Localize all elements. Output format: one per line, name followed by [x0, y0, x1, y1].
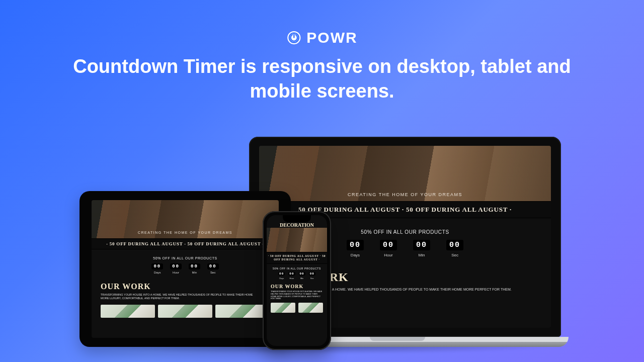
- timer-hours: 00 Hour: [380, 240, 397, 257]
- timer-mins-value: 00: [299, 272, 305, 276]
- timer-days: 00 Days: [347, 240, 364, 257]
- countdown-timer: 00 Days 00 Hour 00 Min 00 Sec: [267, 272, 327, 280]
- tablet-screen: CREATING THE HOME OF YOUR DREAMS · 50 OF…: [92, 200, 279, 338]
- timer-mins-label: Min: [300, 277, 303, 280]
- timer-days-value: 00: [151, 263, 163, 269]
- thumbnail: [101, 305, 155, 318]
- our-work-title: ORK: [319, 270, 551, 284]
- timer-mins: 00 Min: [413, 240, 430, 257]
- timer-hours-value: 00: [288, 272, 295, 276]
- hero-image: CREATING THE HOME OF YOUR DREAMS: [259, 146, 551, 201]
- timer-hours-value: 00: [380, 240, 397, 250]
- promo-headline: 50% OFF IN ALL OUR PRODUCTS: [92, 256, 279, 260]
- thumbnail: [215, 305, 270, 318]
- brand-logo: POWR: [286, 29, 357, 46]
- thumbnail: [158, 305, 212, 318]
- our-work-subtitle: E INTO A HOME. WE HAVE HELPED THOUSANDS …: [319, 287, 534, 292]
- timer-secs: 00 Sec: [446, 240, 463, 257]
- timer-secs-value: 00: [309, 272, 315, 276]
- timer-mins-label: Min: [419, 253, 425, 257]
- timer-secs-value: 00: [446, 240, 463, 250]
- timer-hours: 00 Hour: [170, 263, 182, 274]
- brand-mark-icon: [286, 30, 301, 45]
- timer-hours-label: Hour: [173, 271, 179, 274]
- our-work-title: OUR WORK: [271, 284, 327, 289]
- site-title-line2: DECORATION: [267, 223, 327, 228]
- timer-days-label: Days: [154, 271, 161, 274]
- timer-secs: 00 Sec: [309, 272, 315, 280]
- timer-mins: 00 Min: [189, 263, 200, 274]
- timer-days-label: Days: [279, 277, 284, 280]
- our-work-thumbnails: [101, 305, 270, 318]
- timer-secs-value: 00: [207, 263, 219, 269]
- page-headline: Countdown Timer is responsive on desktop…: [40, 54, 604, 104]
- promo-headline: 50% OFF IN ALL OUR PRODUCTS: [267, 267, 327, 270]
- timer-secs-label: Sec: [451, 253, 458, 257]
- thumbnail: [271, 303, 295, 313]
- timer-days: 00 Days: [278, 272, 285, 280]
- hero-tagline: CREATING THE HOME OF YOUR DREAMS: [138, 231, 232, 238]
- brand-name: POWR: [306, 29, 357, 46]
- hero-tagline: CREATING THE HOME OF YOUR DREAMS: [348, 192, 462, 201]
- countdown-timer: 00 Days 00 Hour 00 Min 00 Sec: [92, 263, 279, 274]
- our-work-title: OUR WORK: [101, 282, 279, 291]
- timer-secs-label: Sec: [310, 277, 314, 280]
- timer-secs-label: Sec: [210, 271, 215, 274]
- timer-days-label: Days: [351, 253, 360, 257]
- timer-mins-label: Min: [192, 271, 197, 274]
- device-tablet: CREATING THE HOME OF YOUR DREAMS · 50 OF…: [79, 191, 291, 347]
- phone-screen: HOME DECORATION · 50 OFF DURING ALL AUGU…: [267, 215, 327, 346]
- device-phone: HOME DECORATION · 50 OFF DURING ALL AUGU…: [263, 211, 331, 350]
- hero-image: [267, 228, 327, 252]
- phone-notch-icon: [283, 215, 311, 222]
- promo-ribbon: · 50 OFF DURING ALL AUGUST · 50 OFF DURI…: [267, 252, 327, 264]
- promo-ribbon: · 50 OFF DURING ALL AUGUST · 50 OFF DURI…: [92, 238, 279, 249]
- device-showcase: CREATING THE HOME OF YOUR DREAMS 50 OFF …: [0, 116, 644, 362]
- timer-mins-value: 00: [413, 240, 430, 250]
- timer-secs: 00 Sec: [207, 263, 219, 274]
- timer-hours-value: 00: [170, 263, 182, 269]
- thumbnail: [298, 303, 323, 313]
- timer-hours-label: Hour: [384, 253, 392, 257]
- timer-mins: 00 Min: [299, 272, 305, 280]
- hero-image: CREATING THE HOME OF YOUR DREAMS: [92, 200, 279, 238]
- timer-hours: 00 Hour: [288, 272, 295, 280]
- timer-days: 00 Days: [151, 263, 163, 274]
- our-work-thumbnails: [271, 303, 323, 313]
- timer-mins-value: 00: [189, 263, 200, 269]
- laptop-notch: [370, 337, 425, 341]
- our-work-subtitle: TRANSFORMING YOUR HOUSE INTO A HOME. WE …: [101, 293, 257, 301]
- our-work-subtitle: TRANSFORMING YOUR HOUSE INTO A HOME. WE …: [271, 291, 323, 300]
- timer-hours-label: Hour: [290, 277, 294, 280]
- timer-days-value: 00: [278, 272, 285, 276]
- timer-days-value: 00: [347, 240, 364, 250]
